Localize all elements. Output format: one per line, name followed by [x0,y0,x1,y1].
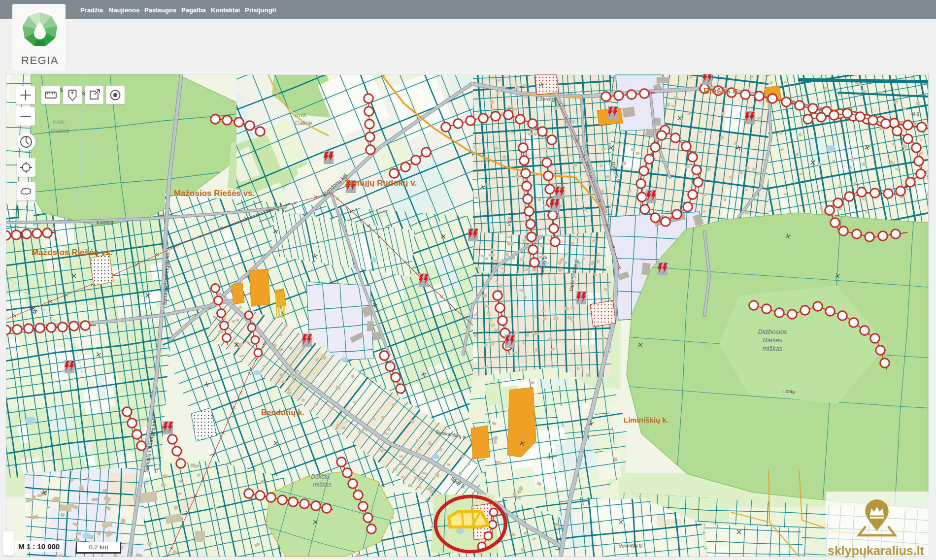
svg-text:Dūkštų: Dūkštų [311,473,330,480]
svg-text:miškas: miškas [763,345,783,352]
svg-text:Ežero g.: Ežero g. [536,96,556,102]
svg-text:mšk.: mšk. [295,112,307,119]
svg-text:...ų g.: ...ų g. [907,109,921,116]
svg-text:Riešės: Riešės [763,336,782,344]
svg-text:Didžiosios: Didžiosios [758,328,787,335]
svg-text:Liminiškių k.: Liminiškių k. [624,416,669,424]
svg-text:REGIA: REGIA [21,54,59,66]
svg-text:Mažosios Riešės vs.: Mažosios Riešės vs. [174,189,255,198]
svg-text:mšk.: mšk. [52,118,66,126]
svg-text:Riešės k.: Riešės k. [703,86,740,96]
svg-text:Mažosios Riešės vs.: Mažosios Riešės vs. [32,248,112,257]
svg-text:Galinė: Galinė [295,120,312,127]
svg-text:Žemųjų Rudokų v.: Žemųjų Rudokų v. [345,178,417,188]
svg-text:Galinė: Galinė [51,127,69,134]
svg-text:miškas: miškas [313,481,331,488]
svg-text:Bendorių k.: Bendorių k. [261,408,304,417]
